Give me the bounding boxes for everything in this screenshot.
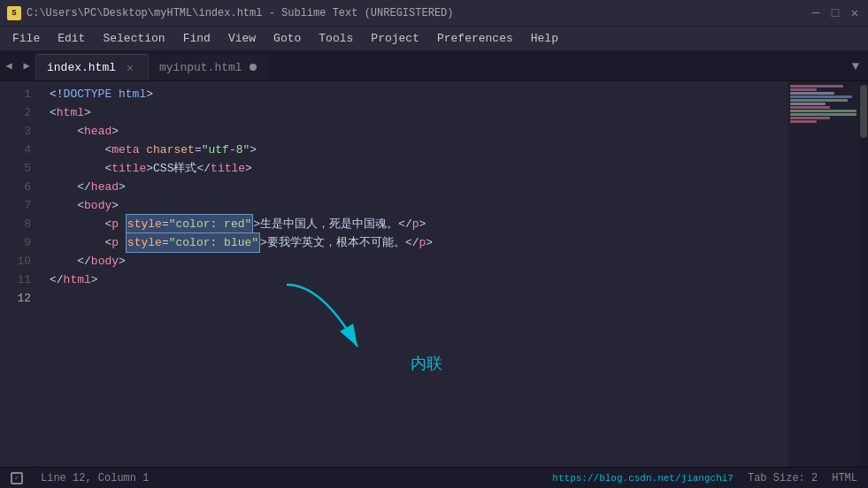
- status-right: https://blog.csdn.net/jiangchi7 Tab Size…: [552, 472, 857, 484]
- line-num-9: 9: [0, 233, 38, 252]
- code-editor[interactable]: <!DOCTYPE html> <html> <head> <meta char…: [39, 81, 788, 467]
- title-bar: S C:\Users\PC\Desktop\myHTML\index.html …: [0, 0, 868, 27]
- code-line-1: <!DOCTYPE html>: [50, 85, 788, 103]
- menu-help[interactable]: Help: [522, 28, 567, 49]
- line-num-5: 5: [0, 159, 38, 178]
- app-icon: S: [7, 6, 21, 20]
- line-num-2: 2: [0, 103, 38, 122]
- line-num-8: 8: [0, 215, 38, 233]
- minimap: [788, 81, 859, 467]
- editor: 1 2 3 4 5 6 7 8 9 10 11 12 <!DOCTYPE htm…: [0, 81, 868, 467]
- code-line-4: <meta charset="utf-8">: [50, 141, 788, 159]
- menu-project[interactable]: Project: [362, 28, 428, 49]
- tab-size: Tab Size: 2: [748, 472, 818, 484]
- menu-goto[interactable]: Goto: [265, 28, 310, 49]
- minimize-button[interactable]: ─: [810, 7, 822, 19]
- line-num-3: 3: [0, 122, 38, 141]
- menu-edit[interactable]: Edit: [49, 28, 94, 49]
- code-line-10: </body>: [50, 252, 788, 271]
- menu-bar: File Edit Selection Find View Goto Tools…: [0, 27, 868, 51]
- code-line-9: <p style="color: blue">要我学英文，根本不可能。</p>: [50, 233, 788, 252]
- tab-modified-dot: [250, 64, 257, 71]
- minimap-content: [788, 81, 859, 127]
- menu-find[interactable]: Find: [174, 28, 219, 49]
- window-controls: ─ □ ✕: [810, 7, 861, 19]
- tab-overflow-button[interactable]: ▼: [843, 51, 868, 81]
- code-line-3: <head>: [50, 122, 788, 141]
- tab-close-icon[interactable]: ✕: [123, 61, 137, 75]
- menu-view[interactable]: View: [219, 28, 265, 49]
- line-numbers: 1 2 3 4 5 6 7 8 9 10 11 12: [0, 81, 39, 467]
- status-bar: ✓ Line 12, Column 1 https://blog.csdn.ne…: [0, 467, 868, 488]
- line-num-1: 1: [0, 85, 38, 103]
- tab-myinput-html[interactable]: myinput.html: [149, 54, 267, 80]
- menu-selection[interactable]: Selection: [94, 28, 173, 49]
- window-title: C:\Users\PC\Desktop\myHTML\index.html - …: [27, 7, 810, 19]
- close-button[interactable]: ✕: [849, 7, 861, 19]
- tab-nav-left[interactable]: ◀: [0, 50, 18, 80]
- line-num-10: 10: [0, 252, 38, 271]
- line-num-6: 6: [0, 178, 38, 196]
- code-line-5: <title>CSS样式</title>: [50, 159, 788, 178]
- inline-annotation-label: 内联: [411, 355, 442, 374]
- code-line-7: <body>: [50, 196, 788, 215]
- cursor-position: Line 12, Column 1: [41, 472, 149, 484]
- tab-index-html[interactable]: index.html ✕: [35, 54, 149, 80]
- code-line-6: </head>: [50, 178, 788, 196]
- tab-nav-right[interactable]: ▶: [18, 50, 35, 80]
- tab-label: myinput.html: [159, 61, 242, 74]
- maximize-button[interactable]: □: [829, 7, 841, 19]
- code-line-11: </html>: [50, 271, 788, 289]
- line-num-7: 7: [0, 196, 38, 215]
- status-url: https://blog.csdn.net/jiangchi7: [552, 473, 734, 484]
- file-type: HTML: [832, 472, 857, 484]
- menu-file[interactable]: File: [4, 28, 49, 49]
- status-left: ✓ Line 12, Column 1: [11, 472, 149, 484]
- code-line-2: <html>: [50, 103, 788, 122]
- code-line-8: <p style="color: red">生是中国人，死是中国魂。</p>: [50, 215, 788, 233]
- line-num-12: 12: [0, 289, 38, 308]
- code-line-12: [50, 289, 788, 308]
- tab-label: index.html: [47, 61, 116, 74]
- tab-bar: ◀ ▶ index.html ✕ myinput.html ▼: [0, 51, 868, 81]
- menu-preferences[interactable]: Preferences: [428, 28, 522, 49]
- status-file-icon: ✓: [11, 472, 27, 484]
- line-num-4: 4: [0, 141, 38, 159]
- line-num-11: 11: [0, 271, 38, 289]
- scrollbar-thumb[interactable]: [860, 85, 867, 138]
- vertical-scrollbar[interactable]: [859, 81, 868, 467]
- menu-tools[interactable]: Tools: [310, 28, 362, 49]
